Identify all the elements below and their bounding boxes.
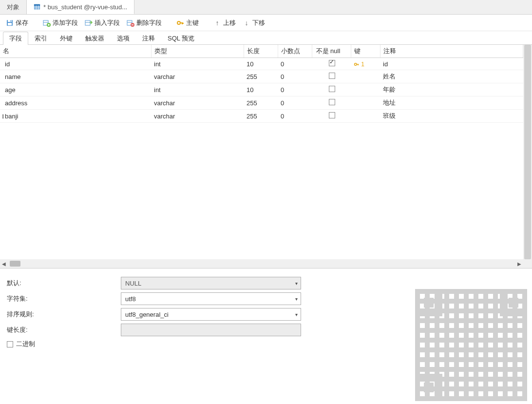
col-key[interactable]: 键 (351, 45, 380, 58)
cell-not-null[interactable] (312, 96, 351, 110)
tab-options[interactable]: 选项 (111, 32, 136, 45)
cell-length[interactable]: 255 (244, 96, 278, 110)
key-length-input[interactable] (121, 324, 301, 336)
tab-table-editor[interactable]: * bus_student @ry-vue-stud... (27, 0, 134, 14)
cell-decimals[interactable]: 0 (278, 110, 312, 123)
cell-type[interactable]: varchar (151, 70, 244, 83)
cell-not-null[interactable] (312, 83, 351, 96)
table-row[interactable]: Ibanjivarchar2550班级 (0, 110, 523, 123)
field-name: id (3, 60, 10, 68)
delete-field-icon (127, 19, 134, 27)
scroll-right-icon[interactable]: ▶ (515, 261, 523, 267)
vertical-scrollbar[interactable] (523, 45, 532, 259)
add-field-label: 添加字段 (53, 19, 78, 27)
delete-field-button[interactable]: 删除字段 (124, 18, 165, 28)
table-row[interactable]: ageint100年龄 (0, 83, 523, 96)
cell-decimals[interactable]: 0 (278, 70, 312, 83)
cell-length[interactable]: 255 (244, 110, 278, 123)
tab-sql-preview[interactable]: SQL 预览 (161, 32, 201, 45)
cell-comment[interactable]: id (380, 58, 523, 70)
add-field-button[interactable]: 添加字段 (40, 18, 81, 28)
col-comment[interactable]: 注释 (380, 45, 523, 58)
collation-combo[interactable]: utf8_general_ci ▾ (121, 308, 301, 321)
insert-field-button[interactable]: 插入字段 (82, 18, 123, 28)
cell-name[interactable]: address (0, 96, 151, 110)
tab-sql-preview-label: SQL 预览 (168, 35, 194, 42)
col-decimals[interactable]: 小数点 (278, 45, 312, 58)
table-row[interactable]: idint100 1id (0, 58, 523, 70)
field-name: banji (3, 113, 18, 120)
move-up-button[interactable]: ↑ 上移 (210, 18, 239, 28)
chevron-down-icon: ▾ (295, 281, 298, 286)
move-down-button[interactable]: ↓ 下移 (240, 18, 268, 28)
move-up-label: 上移 (223, 19, 236, 27)
cell-comment[interactable]: 姓名 (380, 70, 523, 83)
chevron-down-icon: ▾ (295, 296, 298, 302)
field-name: address (3, 99, 27, 107)
tab-objects[interactable]: 对象 (0, 0, 27, 14)
fields-grid[interactable]: 名 类型 长度 小数点 不是 null 键 注释 idint100 1idnam… (0, 45, 523, 259)
cell-length[interactable]: 10 (244, 58, 278, 70)
cell-key[interactable]: 1 (351, 58, 380, 70)
tab-foreign-keys[interactable]: 外键 (54, 32, 79, 45)
cell-type[interactable]: varchar (151, 96, 244, 110)
cell-not-null[interactable] (312, 110, 351, 123)
save-icon (6, 19, 14, 27)
cell-length[interactable]: 10 (244, 83, 278, 96)
cell-type[interactable]: int (151, 83, 244, 96)
move-down-label: 下移 (252, 19, 265, 27)
toolbar: 保存 添加字段 插入字段 删除字段 主键 ↑ 上移 ↓ 下移 (0, 15, 532, 31)
cell-name[interactable]: name (0, 70, 151, 83)
cell-decimals[interactable]: 0 (278, 96, 312, 110)
cell-comment[interactable]: 班级 (380, 110, 523, 123)
cell-key[interactable] (351, 110, 380, 123)
col-name[interactable]: 名 (0, 45, 151, 58)
charset-combo[interactable]: utf8 ▾ (121, 292, 301, 305)
cell-decimals[interactable]: 0 (278, 58, 312, 70)
tab-fields[interactable]: 字段 (3, 32, 28, 45)
binary-checkbox[interactable] (7, 341, 13, 347)
cell-type[interactable]: int (151, 58, 244, 70)
col-length[interactable]: 长度 (244, 45, 278, 58)
cell-name[interactable]: id (0, 58, 151, 70)
cell-comment[interactable]: 地址 (380, 96, 523, 110)
cell-key[interactable] (351, 70, 380, 83)
add-field-icon (43, 19, 51, 27)
default-value-combo[interactable]: NULL ▾ (121, 277, 301, 289)
cell-not-null[interactable] (312, 70, 351, 83)
scroll-left-icon[interactable]: ◀ (0, 261, 8, 267)
table-row[interactable]: namevarchar2550姓名 (0, 70, 523, 83)
cell-name[interactable]: age (0, 83, 151, 96)
cell-comment[interactable]: 年龄 (380, 83, 523, 96)
field-name: age (3, 86, 16, 94)
tab-comment[interactable]: 注释 (136, 32, 161, 45)
arrow-down-icon: ↓ (243, 19, 250, 27)
tab-indexes[interactable]: 索引 (28, 32, 54, 45)
cell-length[interactable]: 255 (244, 70, 278, 83)
horizontal-scrollbar[interactable]: ◀ ▶ (0, 259, 523, 268)
cell-not-null[interactable] (312, 58, 351, 70)
default-value: NULL (125, 280, 141, 287)
charset-value: utf8 (125, 295, 136, 303)
cell-type[interactable]: varchar (151, 110, 244, 123)
scroll-corner (523, 259, 532, 268)
not-null-checkbox[interactable] (329, 99, 335, 105)
not-null-checkbox[interactable] (329, 60, 335, 66)
table-row[interactable]: addressvarchar2550地址 (0, 96, 523, 110)
cell-key[interactable] (351, 96, 380, 110)
not-null-checkbox[interactable] (329, 73, 335, 79)
svg-point-26 (355, 63, 357, 66)
not-null-checkbox[interactable] (329, 112, 335, 118)
save-button[interactable]: 保存 (3, 18, 31, 28)
cell-name[interactable]: Ibanji (0, 110, 151, 123)
not-null-checkbox[interactable] (329, 86, 335, 92)
tab-objects-label: 对象 (7, 3, 19, 12)
primary-key-icon: 1 (354, 61, 364, 68)
cell-decimals[interactable]: 0 (278, 83, 312, 96)
primary-key-button[interactable]: 主键 (173, 18, 202, 28)
cell-key[interactable] (351, 83, 380, 96)
col-type[interactable]: 类型 (151, 45, 244, 58)
tab-triggers[interactable]: 触发器 (79, 32, 111, 45)
col-not-null[interactable]: 不是 null (312, 45, 351, 58)
collation-value: utf8_general_ci (125, 311, 169, 318)
